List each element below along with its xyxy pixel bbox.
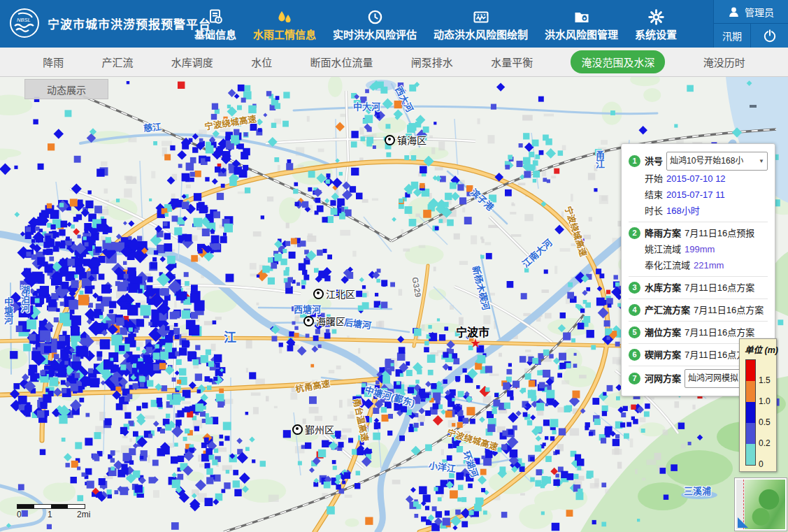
nav-item-basic-info[interactable]: 基础信息 (194, 7, 236, 41)
tab-water-level[interactable]: 水位 (251, 55, 272, 69)
nav-item-realtime-risk[interactable]: 实时洪水风险评估 (333, 7, 417, 41)
flood-season-button[interactable]: 汛期 (714, 24, 751, 48)
river-label: 三溪浦 (684, 484, 711, 497)
section-label: 碶闸方案 (645, 347, 681, 363)
tab-inundation-duration[interactable]: 淹没历时 (703, 55, 745, 69)
nav-label: 洪水风险图管理 (545, 27, 618, 41)
overview-minimap[interactable] (735, 478, 787, 531)
district-label-zhenhai: 镇海区 (385, 133, 427, 147)
step-badge: 6 (629, 349, 640, 361)
field-label: 时长 (645, 206, 663, 216)
tab-runoff[interactable]: 产汇流 (101, 55, 133, 69)
section-label: 洪号 (645, 153, 663, 169)
panel-section-runoff-plan: 4 产汇流方案 7月11日16点方案 (629, 299, 768, 321)
dynamic-display-label: 动态展示 (47, 82, 86, 96)
scalebar-segments (17, 504, 85, 509)
river-label: 中塘河 (1, 297, 15, 324)
step-badge: 4 (629, 304, 640, 316)
district-marker (303, 316, 314, 326)
depth-legend: 单位 (m) 1.5 1.0 0.5 0.2 0 (739, 338, 777, 472)
legend-tick: 0.2 (759, 438, 771, 448)
nav-item-riskmap-manage[interactable]: 洪水风险图管理 (545, 7, 618, 41)
risk-chart-icon (473, 7, 489, 25)
folder-lock-icon (573, 7, 590, 25)
nav-item-settings[interactable]: 系统设置 (635, 7, 677, 41)
field-label: 开始 (645, 173, 663, 184)
legend-tick: 0.5 (759, 417, 771, 427)
legend-title: 单位 (m) (745, 343, 773, 356)
info-doc-icon (208, 7, 224, 25)
sub-nav: 降雨 产汇流 水库调度 水位 断面水位流量 闸泵排水 水量平衡 淹没范围及水深 … (0, 48, 788, 77)
field-value: 168小时 (666, 206, 700, 216)
section-label: 降雨方案 (645, 225, 681, 241)
dropdown-value: 灿鸿10号开始168小 (670, 153, 743, 169)
tab-water-balance[interactable]: 水量平衡 (491, 55, 533, 69)
nav-label: 实时洪水风险评估 (333, 27, 417, 41)
top-header: NBSL 宁波市城市洪涝预报预警平台 基础信息 (0, 0, 788, 48)
tab-section-stage-flow[interactable]: 断面水位流量 (310, 55, 373, 69)
field-value: 199mm (685, 244, 715, 254)
main-nav: 基础信息 水雨工情信息 实时洪水风险评估 (194, 0, 677, 48)
nav-label: 基础信息 (194, 27, 236, 41)
district-label-yinzhou: 鄞州区 (292, 422, 334, 436)
logout-button[interactable] (751, 24, 788, 48)
legend-tick: 1.5 (759, 375, 771, 385)
user-menu[interactable]: 管理员 (714, 0, 788, 24)
section-label: 潮位方案 (645, 324, 681, 340)
step-badge: 5 (629, 326, 640, 338)
legend-tick: 1.0 (759, 396, 771, 406)
nav-label: 动态洪水风险图绘制 (434, 27, 528, 41)
scalebar-tick: 0 (17, 510, 22, 519)
legend-seg-orange (746, 381, 755, 402)
nav-label: 水雨工情信息 (253, 27, 316, 41)
legend-tick: 0 (759, 459, 764, 469)
tab-reservoir-dispatch[interactable]: 水库调度 (171, 55, 213, 69)
dropdown-value: 灿鸿河网模拟 (688, 371, 738, 387)
user-name: 管理员 (745, 5, 774, 19)
tab-rainfall[interactable]: 降雨 (43, 55, 64, 69)
power-icon (762, 28, 778, 43)
tab-inundation-extent-depth[interactable]: 淹没范围及水深 (571, 50, 665, 73)
river-label: 中大河 (353, 99, 380, 113)
legend-seg-cyan (746, 444, 755, 465)
app-title: 宁波市城市洪涝预报预警平台 (48, 15, 211, 32)
step-badge: 1 (629, 155, 640, 167)
nav-item-water-rain-info[interactable]: 水雨工情信息 (253, 7, 316, 41)
district-label-haishu: 海曙区 (303, 314, 345, 328)
step-badge: 2 (629, 227, 640, 239)
section-label: 产汇流方案 (645, 302, 690, 318)
step-badge: 7 (629, 373, 640, 384)
river-label: 甬江 (593, 150, 606, 168)
header-right-cells: 管理员 汛期 (713, 0, 788, 48)
tab-gate-pump-drain[interactable]: 闸泵排水 (411, 55, 453, 69)
minimap-collapse-icon[interactable] (738, 517, 748, 528)
app-logo-icon: NBSL (8, 7, 41, 39)
field-value: 221mm (694, 260, 724, 271)
panel-section-reservoir-plan: 3 水库方案 7月11日16点方案 (629, 276, 768, 299)
legend-colorbar: 1.5 1.0 0.5 0.2 0 (745, 359, 773, 466)
legend-seg-blue (746, 402, 755, 423)
clock-icon (367, 7, 383, 25)
gear-icon (648, 7, 664, 25)
field-label: 结束 (645, 189, 663, 200)
dropdown-arrow-icon: ▼ (759, 153, 764, 169)
step-badge: 3 (629, 282, 640, 294)
section-value: 7月11日16点方案 (685, 280, 754, 296)
nav-item-dynamic-riskmap[interactable]: 动态洪水风险图绘制 (434, 7, 528, 41)
section-label: 水库方案 (645, 280, 681, 296)
dynamic-display-button[interactable]: 动态展示 (24, 79, 108, 99)
panel-section-rainfall-plan: 2 降雨方案 7月11日16点预报 姚江流域199mm 奉化江流域221mm (629, 222, 768, 276)
panel-section-flood-id: 1 洪号 灿鸿10号开始168小 ▼ 开始2015-07-10 12 结束201… (629, 149, 768, 222)
minimap-terrain (745, 480, 785, 529)
brand: NBSL 宁波市城市洪涝预报预警平台 (8, 7, 211, 39)
map-canvas[interactable]: 慈江 宁波绕城高速 中大河 西大河 镇海区 滨子港 甬江 宁波绕城高速 江南大河… (0, 77, 788, 532)
river-label: 湖泊河 (18, 285, 31, 312)
map-scalebar: 0 1 2mi (17, 504, 94, 519)
district-marker (313, 289, 324, 299)
section-value: 7月11日16点预报 (685, 225, 754, 241)
flood-id-dropdown[interactable]: 灿鸿10号开始168小 ▼ (666, 152, 768, 171)
city-star-marker: ★ (470, 336, 481, 351)
section-value: 7月11日16点方案 (694, 302, 764, 318)
flood-season-label: 汛期 (722, 29, 742, 43)
legend-seg-indigo (746, 423, 755, 444)
